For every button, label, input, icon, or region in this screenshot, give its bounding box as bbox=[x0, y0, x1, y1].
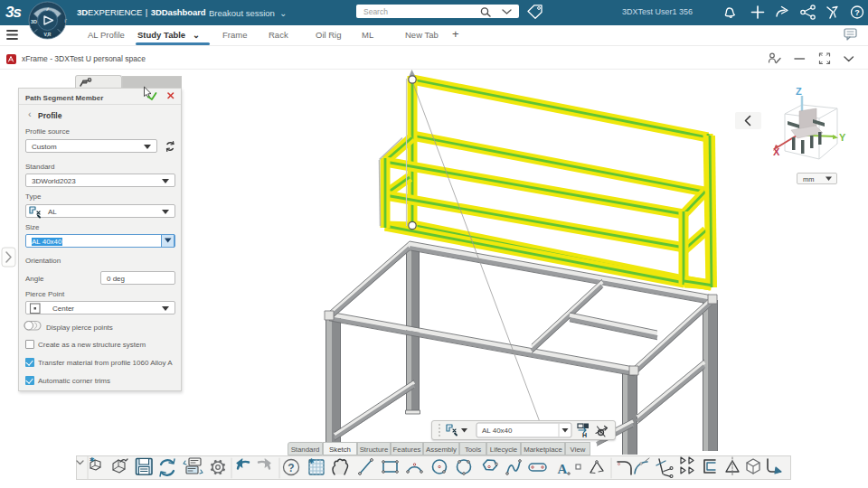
svg-text:Z: Z bbox=[796, 86, 802, 97]
svg-text:Y: Y bbox=[839, 132, 846, 143]
svg-text:X: X bbox=[773, 146, 780, 157]
